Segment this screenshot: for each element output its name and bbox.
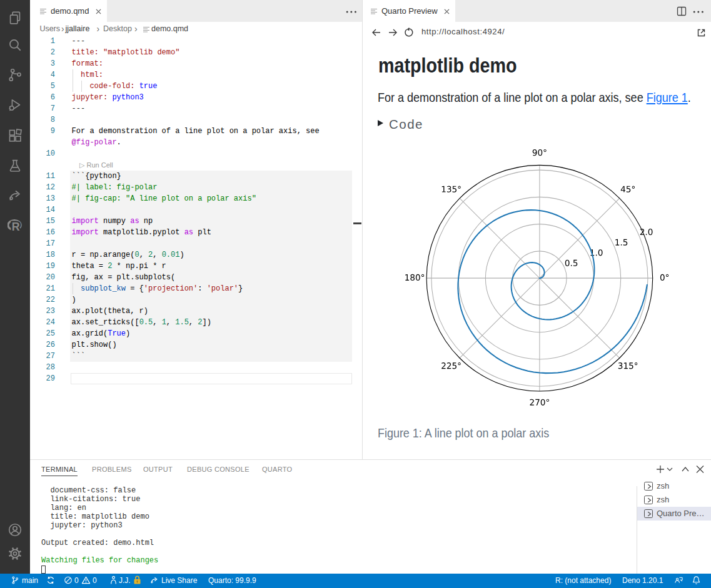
svg-text:R: R — [12, 221, 20, 232]
